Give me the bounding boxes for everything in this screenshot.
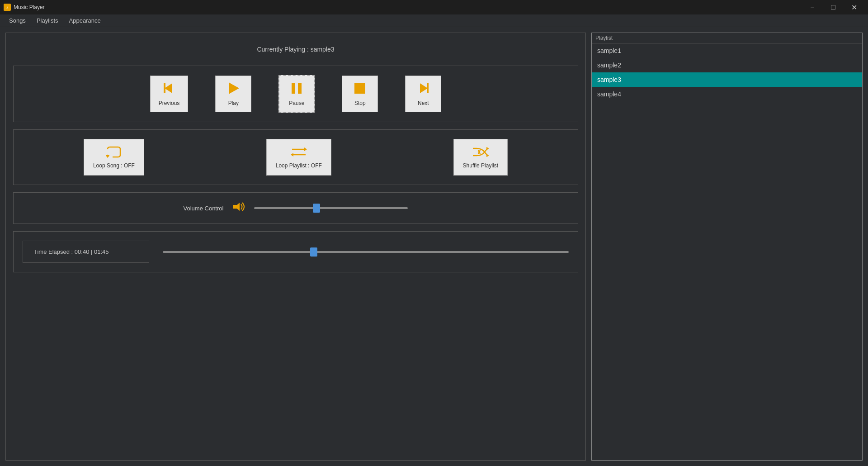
playlist-title: Playlist	[592, 33, 862, 43]
play-icon	[226, 81, 240, 98]
spacer	[13, 280, 578, 453]
minimize-button[interactable]: −	[802, 0, 823, 14]
playlist-container[interactable]: sample1 sample2 sample3 sample4	[592, 43, 862, 460]
pause-icon	[290, 81, 303, 98]
play-button[interactable]: Play	[215, 76, 251, 112]
next-button[interactable]: Next	[405, 76, 441, 112]
app-title: Music Player	[14, 4, 799, 10]
svg-rect-3	[292, 83, 295, 94]
loop-playlist-label: Loop Playlist : OFF	[276, 162, 322, 169]
window-controls: − □ ✕	[802, 0, 864, 14]
title-bar: ♪ Music Player − □ ✕	[0, 0, 868, 14]
playlist-item-1[interactable]: sample2	[592, 58, 862, 72]
svg-rect-4	[298, 83, 302, 94]
time-section: Time Elapsed : 00:40 | 01:45	[13, 231, 578, 272]
maximize-button[interactable]: □	[823, 0, 844, 14]
menu-songs[interactable]: Songs	[4, 15, 31, 26]
play-label: Play	[228, 100, 239, 106]
playlist-item-0[interactable]: sample1	[592, 43, 862, 58]
svg-marker-0	[165, 83, 172, 93]
transport-controls: Previous Play Pause	[13, 66, 578, 122]
currently-playing: Currently Playing : sample3	[13, 40, 578, 58]
close-button[interactable]: ✕	[844, 0, 864, 14]
pause-label: Pause	[289, 100, 304, 106]
svg-marker-9	[304, 147, 307, 151]
menu-playlists[interactable]: Playlists	[31, 15, 64, 26]
playlist-panel: Playlist sample1 sample2 sample3 sample4	[591, 33, 863, 461]
next-label: Next	[418, 100, 429, 106]
stop-icon	[353, 81, 367, 98]
svg-marker-17	[233, 203, 240, 211]
svg-marker-14	[486, 154, 489, 157]
shuffle-label: Shuffle Playlist	[463, 162, 499, 169]
loop-playlist-button[interactable]: Loop Playlist : OFF	[266, 139, 331, 176]
left-panel: Currently Playing : sample3 Previous	[5, 33, 586, 461]
menu-bar: Songs Playlists Appearance	[0, 14, 868, 27]
previous-icon	[162, 81, 176, 98]
stop-label: Stop	[354, 100, 366, 106]
volume-label: Volume Control	[184, 205, 224, 212]
svg-marker-13	[486, 147, 489, 150]
loop-playlist-icon	[290, 146, 308, 160]
shuffle-button[interactable]: Shuffle Playlist	[453, 139, 508, 176]
loop-song-button[interactable]: Loop Song : OFF	[84, 139, 144, 176]
shuffle-icon	[472, 146, 489, 160]
time-box: Time Elapsed : 00:40 | 01:45	[23, 241, 149, 263]
playlist-item-3[interactable]: sample4	[592, 87, 862, 101]
previous-label: Previous	[159, 100, 180, 106]
stop-button[interactable]: Stop	[342, 76, 378, 112]
next-icon	[416, 81, 430, 98]
app-icon: ♪	[4, 4, 11, 11]
pause-button[interactable]: Pause	[278, 75, 315, 113]
previous-button[interactable]: Previous	[150, 76, 189, 112]
time-elapsed-label: Time Elapsed : 00:40 | 01:45	[34, 248, 109, 255]
volume-icon	[232, 202, 245, 214]
loop-song-label: Loop Song : OFF	[93, 162, 135, 169]
svg-marker-2	[229, 82, 239, 94]
loop-shuffle-section: Loop Song : OFF Loop Playlist : OFF	[13, 129, 578, 185]
playlist-item-2[interactable]: sample3	[592, 72, 862, 87]
menu-appearance[interactable]: Appearance	[64, 15, 106, 26]
svg-rect-1	[164, 83, 165, 93]
svg-marker-10	[291, 153, 293, 157]
svg-marker-6	[420, 83, 428, 93]
loop-song-icon	[106, 146, 122, 160]
svg-rect-5	[354, 83, 365, 94]
main-layout: Currently Playing : sample3 Previous	[0, 27, 868, 466]
seek-slider[interactable]	[163, 251, 569, 253]
svg-rect-7	[427, 83, 429, 93]
volume-section: Volume Control	[13, 192, 578, 224]
volume-slider[interactable]	[254, 207, 408, 209]
